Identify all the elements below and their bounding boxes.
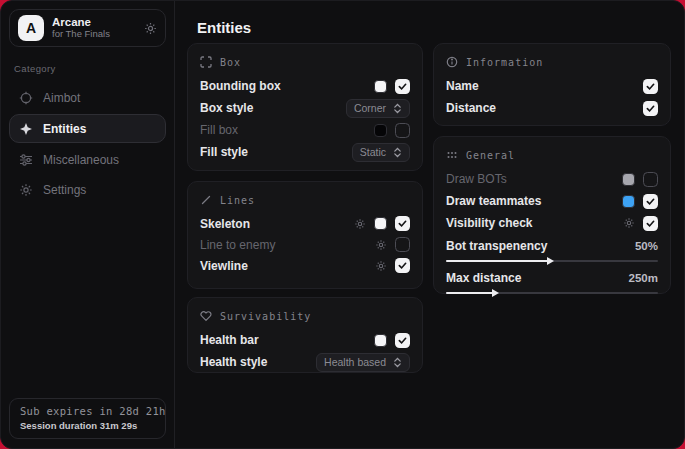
setting-label: Draw BOTs	[446, 172, 614, 186]
entities-icon	[19, 122, 33, 136]
sidebar-item-label: Aimbot	[43, 91, 80, 105]
setting-row-fill-box: Fill box	[200, 119, 410, 141]
panel-title: Lines	[220, 195, 255, 206]
slider-thumb[interactable]	[547, 257, 554, 265]
panel-survivability-header: Survivability	[200, 307, 410, 325]
setting-row-viewline: Viewline	[200, 255, 410, 276]
setting-label: Health style	[200, 355, 308, 369]
checkbox-checked[interactable]	[395, 333, 410, 348]
panel-lines: Lines Skeleton Line to enemy Viewline	[187, 181, 423, 289]
panel-information: Information Name Distance	[433, 43, 671, 126]
bounding-box-icon	[200, 56, 212, 68]
setting-label: Draw teammates	[446, 194, 614, 208]
setting-label: Box style	[200, 101, 338, 115]
sidebar: A Arcane for The Finals Category	[1, 1, 175, 448]
setting-label: Line to enemy	[200, 238, 367, 252]
app-logo: A	[18, 15, 44, 41]
crosshair-icon	[19, 91, 33, 105]
account-gear-icon[interactable]	[144, 22, 157, 35]
setting-row-bot-transparency: Bot transpenency 50%	[446, 236, 658, 256]
sidebar-item-miscellaneous[interactable]: Miscellaneous	[9, 146, 166, 173]
slider-fill	[446, 292, 493, 294]
sidebar-item-settings[interactable]: Settings	[9, 176, 166, 203]
gear-icon	[19, 183, 33, 197]
heart-icon	[200, 310, 212, 322]
setting-row-distance: Distance	[446, 97, 658, 119]
sidebar-item-entities[interactable]: Entities	[9, 114, 166, 143]
checkbox-checked[interactable]	[395, 79, 410, 94]
row-settings-gear-icon[interactable]	[375, 260, 387, 272]
checkbox-unchecked[interactable]	[395, 237, 410, 252]
panel-title: Information	[466, 57, 543, 68]
sidebar-item-label: Entities	[43, 122, 86, 136]
setting-label: Skeleton	[200, 217, 346, 231]
panel-title: Survivability	[220, 311, 311, 322]
checkbox-checked[interactable]	[395, 258, 410, 273]
checkbox-checked[interactable]	[643, 194, 658, 209]
setting-row-visibility-check: Visibility check	[446, 212, 658, 234]
select-value: Corner	[354, 102, 386, 114]
setting-row-health-style: Health style Health based	[200, 351, 410, 373]
box-style-select[interactable]: Corner	[346, 99, 410, 118]
color-swatch[interactable]	[374, 334, 387, 347]
row-settings-gear-icon[interactable]	[623, 217, 635, 229]
panel-box: Box Bounding box Box style Corner Fill b…	[187, 43, 423, 171]
sidebar-item-aimbot[interactable]: Aimbot	[9, 84, 166, 111]
max-distance-slider[interactable]	[446, 292, 658, 294]
color-swatch[interactable]	[374, 217, 387, 230]
sidebar-item-label: Settings	[43, 183, 86, 197]
line-icon	[200, 194, 212, 206]
checkbox-unchecked[interactable]	[643, 172, 658, 187]
fill-style-select[interactable]: Static	[352, 143, 410, 162]
setting-label: Fill box	[200, 123, 366, 137]
panel-lines-header: Lines	[200, 191, 410, 209]
checkbox-checked[interactable]	[395, 216, 410, 231]
setting-label: Fill style	[200, 145, 344, 159]
panel-box-header: Box	[200, 53, 410, 71]
sub-expiry-text: Sub expires in 28d 21h	[20, 405, 155, 417]
setting-label: Visibility check	[446, 216, 615, 230]
setting-row-skeleton: Skeleton	[200, 213, 410, 234]
setting-row-name: Name	[446, 75, 658, 97]
checkbox-checked[interactable]	[643, 216, 658, 231]
slider-thumb[interactable]	[492, 289, 499, 297]
unfold-icon	[393, 357, 402, 368]
logo-text: Arcane for The Finals	[52, 16, 136, 40]
row-settings-gear-icon[interactable]	[375, 239, 387, 251]
setting-row-box-style: Box style Corner	[200, 97, 410, 119]
unfold-icon	[393, 147, 402, 158]
slider-value: 50%	[635, 240, 658, 252]
slider-value: 250m	[629, 272, 658, 284]
setting-label: Health bar	[200, 333, 366, 347]
color-swatch[interactable]	[622, 195, 635, 208]
logo-card: A Arcane for The Finals	[9, 9, 166, 47]
row-settings-gear-icon[interactable]	[354, 218, 366, 230]
setting-row-line-to-enemy: Line to enemy	[200, 234, 410, 255]
color-swatch[interactable]	[374, 80, 387, 93]
sidebar-item-label: Miscellaneous	[43, 153, 119, 167]
page-title: Entities	[197, 19, 251, 36]
slider-fill	[446, 260, 548, 262]
color-swatch[interactable]	[374, 124, 387, 137]
panel-title: Box	[220, 57, 241, 68]
setting-label: Max distance	[446, 271, 629, 285]
subscription-card: Sub expires in 28d 21h Session duration …	[9, 398, 166, 439]
session-duration-text: Session duration 31m 29s	[20, 420, 155, 431]
setting-label: Viewline	[200, 259, 367, 273]
setting-row-fill-style: Fill style Static	[200, 141, 410, 163]
health-style-select[interactable]: Health based	[316, 353, 410, 372]
panel-information-header: Information	[446, 53, 658, 71]
bot-transparency-slider[interactable]	[446, 260, 658, 262]
app-subtitle: for The Finals	[52, 29, 136, 40]
checkbox-checked[interactable]	[643, 101, 658, 116]
setting-row-bounding-box: Bounding box	[200, 75, 410, 97]
info-icon	[446, 56, 458, 68]
unfold-icon	[393, 103, 402, 114]
setting-label: Bounding box	[200, 79, 366, 93]
checkbox-checked[interactable]	[643, 79, 658, 94]
sidebar-nav: Aimbot Entities	[9, 84, 166, 203]
sliders-icon	[19, 153, 33, 167]
color-swatch[interactable]	[622, 173, 635, 186]
panel-title: General	[466, 150, 515, 161]
checkbox-unchecked[interactable]	[395, 123, 410, 138]
